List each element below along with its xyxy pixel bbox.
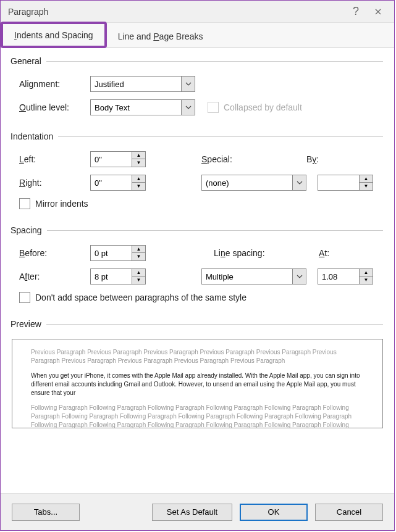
- outline-level-label: Outline level:: [19, 102, 90, 112]
- chevron-down-icon: [292, 269, 306, 284]
- section-spacing-title: Spacing: [11, 225, 383, 235]
- spinner-up-icon[interactable]: ▲: [132, 269, 145, 276]
- preview-following-text: Following Paragraph Following Paragraph …: [31, 404, 364, 428]
- indent-left-label: Left:: [19, 154, 90, 164]
- close-icon: [375, 9, 381, 15]
- after-spinner[interactable]: 8 pt ▲▼: [90, 268, 146, 285]
- after-label: After:: [19, 272, 90, 281]
- chevron-down-icon: [181, 77, 195, 91]
- dialog-content: General Alignment: Justified Outline lev…: [1, 48, 394, 439]
- by-label: By:: [306, 154, 319, 164]
- line-spacing-dropdown[interactable]: Multiple: [201, 268, 306, 285]
- line-spacing-label: Line spacing:: [214, 248, 319, 258]
- collapsed-checkbox: Collapsed by default: [208, 102, 302, 113]
- section-indentation: Indentation Left: 0" ▲▼ Special: By: Rig…: [12, 131, 383, 209]
- indent-left-spinner[interactable]: 0" ▲▼: [90, 151, 146, 167]
- checkbox-icon: [19, 292, 30, 303]
- special-dropdown[interactable]: (none): [201, 175, 306, 191]
- checkbox-icon: [208, 102, 219, 113]
- paragraph-dialog: Paragraph ? Indents and Spacing Line and…: [0, 0, 395, 531]
- section-general-title: General: [11, 56, 383, 66]
- spinner-down-icon[interactable]: ▼: [132, 253, 145, 260]
- chevron-down-icon: [181, 100, 195, 115]
- spinner-up-icon[interactable]: ▲: [132, 175, 145, 183]
- tabs-button[interactable]: Tabs...: [12, 504, 80, 521]
- alignment-label: Alignment:: [19, 79, 90, 89]
- before-label: Before:: [19, 248, 90, 258]
- cancel-button[interactable]: Cancel: [315, 504, 383, 521]
- spinner-down-icon[interactable]: ▼: [132, 183, 145, 190]
- spinner-up-icon[interactable]: ▲: [132, 152, 145, 159]
- section-preview-title: Preview: [11, 319, 383, 329]
- preview-main-text: When you get your iPhone, it comes with …: [31, 372, 364, 397]
- help-button[interactable]: ?: [345, 5, 367, 18]
- spinner-down-icon[interactable]: ▼: [132, 159, 145, 167]
- before-spinner[interactable]: 0 pt ▲▼: [90, 245, 146, 261]
- window-title: Paragraph: [8, 7, 345, 17]
- spinner-up-icon[interactable]: ▲: [360, 269, 373, 276]
- dialog-footer: Tabs... Set As Default OK Cancel: [1, 493, 394, 530]
- set-as-default-button[interactable]: Set As Default: [152, 504, 232, 521]
- outline-level-dropdown[interactable]: Body Text: [90, 99, 195, 115]
- mirror-indents-checkbox[interactable]: Mirror indents: [19, 198, 88, 209]
- ok-button[interactable]: OK: [240, 504, 308, 521]
- tab-indents-spacing[interactable]: Indents and Spacing: [1, 22, 107, 48]
- indent-right-label: Right:: [19, 178, 90, 188]
- close-button[interactable]: [367, 5, 389, 18]
- titlebar: Paragraph ?: [1, 1, 394, 23]
- special-label: Special:: [201, 154, 306, 164]
- preview-previous-text: Previous Paragraph Previous Paragraph Pr…: [31, 348, 364, 365]
- spinner-up-icon[interactable]: ▲: [360, 175, 373, 183]
- at-label: At:: [319, 248, 329, 258]
- section-general: General Alignment: Justified Outline lev…: [12, 56, 383, 115]
- chevron-down-icon: [292, 175, 306, 190]
- at-spinner[interactable]: 1.08 ▲▼: [318, 268, 373, 285]
- indent-right-spinner[interactable]: 0" ▲▼: [90, 175, 146, 191]
- section-preview: Preview Previous Paragraph Previous Para…: [12, 319, 383, 428]
- section-spacing: Spacing Before: 0 pt ▲▼ Line spacing: At…: [12, 225, 383, 303]
- tab-line-page-breaks[interactable]: Line and Page Breaks: [107, 25, 214, 47]
- dont-add-space-checkbox[interactable]: Don't add space between paragraphs of th…: [19, 292, 246, 303]
- alignment-dropdown[interactable]: Justified: [90, 76, 195, 92]
- spinner-down-icon[interactable]: ▼: [360, 183, 373, 190]
- spinner-down-icon[interactable]: ▼: [360, 276, 373, 284]
- section-indentation-title: Indentation: [11, 131, 383, 141]
- tab-strip: Indents and Spacing Line and Page Breaks: [1, 23, 394, 48]
- preview-box: Previous Paragraph Previous Paragraph Pr…: [12, 339, 383, 428]
- by-spinner[interactable]: ▲▼: [318, 175, 373, 191]
- checkbox-icon: [19, 198, 30, 209]
- spinner-down-icon[interactable]: ▼: [132, 276, 145, 284]
- spinner-up-icon[interactable]: ▲: [132, 246, 145, 253]
